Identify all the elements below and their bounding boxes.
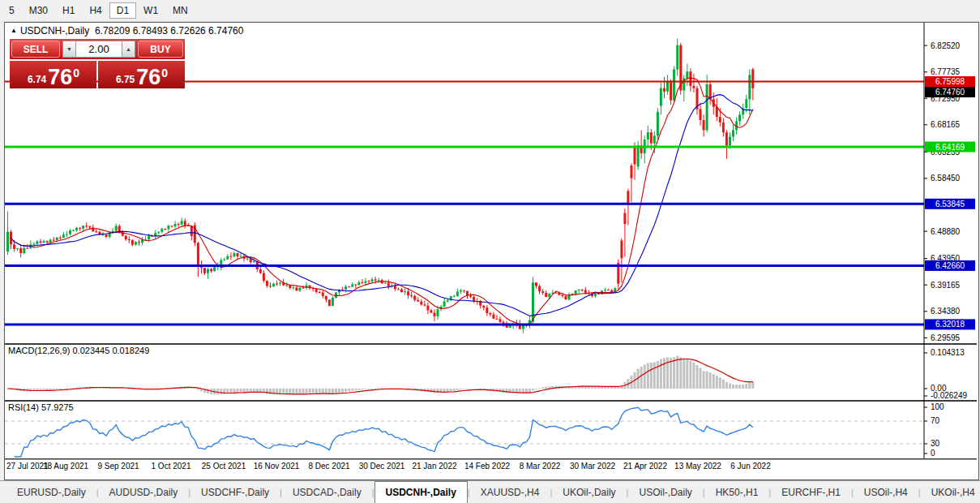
date-tick-label: 8 Dec 2021	[308, 462, 350, 471]
timeframe-button-h4[interactable]: H4	[82, 2, 109, 19]
chart-ohlc-values: 6.78209 6.78493 6.72626 6.74760	[95, 25, 244, 37]
buy-button[interactable]: BUY	[138, 41, 183, 58]
date-axis: 27 Jul 202118 Aug 20219 Sep 20211 Oct 20…	[6, 462, 771, 471]
symbol-tab-bar: EURUSD-,Daily|AUDUSD-,Daily|USDCHF-,Dail…	[0, 480, 980, 503]
price-chart[interactable]: 6.825206.777356.729506.681656.632356.584…	[5, 23, 977, 478]
buy-price-point: 0	[161, 67, 168, 80]
svg-text:6.32018: 6.32018	[935, 320, 965, 329]
price-tick-label: 6.29595	[931, 333, 961, 342]
price-tick-label: 6.77735	[931, 67, 961, 76]
date-tick-label: 21 Jan 2022	[412, 462, 456, 471]
date-tick-label: 21 Apr 2022	[623, 462, 667, 471]
rsi-line	[15, 407, 753, 457]
timeframe-bar: 5M30H1H4D1W1MN	[0, 2, 195, 19]
date-tick-label: 14 Feb 2022	[464, 462, 511, 471]
symbol-tab-ukoil-h4[interactable]: UKOil-,H4	[921, 481, 980, 503]
one-click-trade-panel: SELL ▼ 2.00 ▲ BUY 6.74760 6.75760	[10, 39, 185, 88]
macd-label: MACD(12,26,9) 0.023445 0.018249	[8, 346, 149, 355]
svg-text:6.42660: 6.42660	[935, 261, 965, 270]
symbol-tab-audusd-daily[interactable]: AUDUSD-,Daily	[99, 481, 189, 503]
volume-spinner: ▼ 2.00 ▲	[62, 41, 135, 58]
timeframe-button-m30[interactable]: M30	[22, 2, 55, 19]
buy-price-box[interactable]: 6.75760	[98, 61, 185, 88]
date-tick-label: 16 Nov 2021	[254, 462, 300, 471]
svg-text:6.64169: 6.64169	[935, 143, 965, 152]
sell-price-major: 6.74	[28, 74, 46, 85]
chart-title: ▲USDCNH-,Daily 6.78209 6.78493 6.72626 6…	[11, 25, 243, 37]
symbol-tab-hk50-h1[interactable]: HK50-,H1	[705, 481, 769, 503]
symbol-tab-eurchf-h1[interactable]: EURCHF-,H1	[771, 481, 851, 503]
timeframe-toolbar: 5M30H1H4D1W1MN	[0, 0, 980, 22]
date-tick-label: 13 May 2022	[674, 462, 721, 471]
collapse-arrow-icon[interactable]: ▲	[11, 27, 17, 34]
trading-terminal: 5M30H1H4D1W1MN 6.825206.777356.729506.68…	[0, 0, 980, 503]
resistance-line-label: 6.75998	[925, 76, 975, 87]
date-tick-label: 30 Mar 2022	[570, 462, 616, 471]
trade-panel-controls: SELL ▼ 2.00 ▲ BUY	[10, 39, 185, 59]
buy-price-major: 6.75	[116, 74, 135, 85]
date-tick-label: 8 Mar 2022	[520, 462, 561, 471]
level-line-label: 6.53845	[925, 199, 975, 209]
rsi-label: RSI(14) 57.9275	[8, 402, 74, 412]
price-tick-label: 6.39165	[931, 281, 961, 290]
level-line-label: 6.42660	[925, 260, 975, 271]
trade-panel-prices: 6.74760 6.75760	[10, 61, 185, 88]
support-line-label: 6.64169	[925, 142, 975, 153]
level-line-label: 6.32018	[925, 319, 975, 329]
symbol-tab-usdcad-daily[interactable]: USDCAD-,Daily	[282, 481, 372, 503]
panel-separator[interactable]	[5, 343, 977, 345]
price-tick-label: 6.82520	[931, 41, 961, 50]
price-tick-label: 6.34380	[931, 307, 961, 316]
chart-window: 6.825206.777356.729506.681656.632356.584…	[4, 22, 979, 480]
chart-symbol-period: USDCNH-,Daily	[20, 25, 89, 37]
sell-price-point: 0	[73, 67, 79, 80]
svg-text:0: 0	[931, 449, 935, 458]
panel-separator[interactable]	[5, 400, 977, 402]
indicator-axis-labels: 0.1043130.00-0.02624910070300	[924, 348, 967, 458]
svg-text:6.74760: 6.74760	[935, 88, 965, 97]
timeframe-button-5[interactable]: 5	[2, 2, 22, 19]
svg-text:0.104313: 0.104313	[931, 348, 965, 357]
date-tick-label: 18 Aug 2021	[43, 462, 89, 471]
sell-price-box[interactable]: 6.74760	[10, 61, 96, 88]
buy-price-pips: 76	[136, 66, 160, 88]
timeframe-button-d1[interactable]: D1	[109, 2, 136, 19]
price-tick-label: 6.68165	[931, 120, 961, 129]
date-tick-label: 25 Oct 2021	[202, 462, 246, 471]
timeframe-button-mn[interactable]: MN	[165, 2, 195, 19]
date-tick-label: 30 Dec 2021	[359, 462, 405, 471]
svg-text:30: 30	[931, 439, 940, 448]
svg-text:6.75998: 6.75998	[935, 77, 965, 86]
price-tick-label: 6.58450	[931, 174, 961, 183]
svg-text:70: 70	[931, 416, 940, 425]
sell-price-pips: 76	[48, 66, 72, 88]
timeframe-button-w1[interactable]: W1	[136, 2, 165, 19]
symbol-tab-xauusd-h4[interactable]: XAUUSD-,H4	[470, 481, 550, 503]
volume-input[interactable]: 2.00	[76, 41, 122, 58]
sell-button[interactable]: SELL	[11, 41, 60, 58]
svg-text:6.53845: 6.53845	[935, 200, 965, 209]
volume-decrease-icon[interactable]: ▼	[62, 41, 76, 58]
symbol-tab-ukoil-daily[interactable]: UKOil-,Daily	[552, 481, 626, 503]
symbol-tab-usoil-daily[interactable]: USOil-,Daily	[628, 481, 702, 503]
panel-separator[interactable]	[5, 458, 977, 460]
date-tick-label: 6 Jun 2022	[730, 462, 771, 471]
svg-text:100: 100	[931, 402, 944, 411]
volume-increase-icon[interactable]: ▲	[122, 41, 135, 58]
symbol-tab-usdcnh-daily[interactable]: USDCNH-,Daily	[374, 481, 468, 503]
date-tick-label: 9 Sep 2021	[97, 462, 139, 471]
symbol-tab-usoil-h4[interactable]: USOil-,H4	[854, 481, 918, 503]
symbol-tab-usdchf-daily[interactable]: USDCHF-,Daily	[190, 481, 280, 503]
date-tick-label: 1 Oct 2021	[152, 462, 191, 471]
svg-text:-0.026249: -0.026249	[931, 391, 967, 400]
current-price-label: 6.74760	[925, 87, 975, 97]
timeframe-button-h1[interactable]: H1	[55, 2, 82, 19]
symbol-tab-eurusd-daily[interactable]: EURUSD-,Daily	[6, 481, 96, 503]
price-tick-label: 6.48880	[931, 227, 961, 236]
